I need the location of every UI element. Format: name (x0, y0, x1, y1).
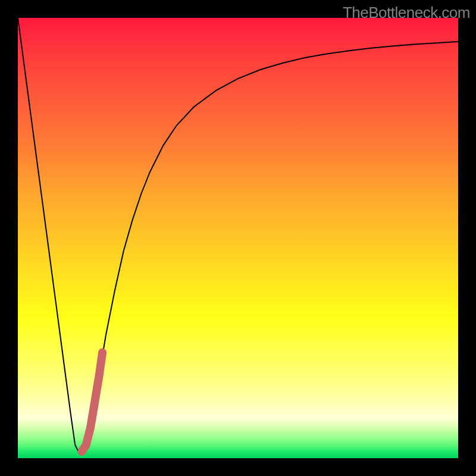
chart-svg (18, 18, 458, 458)
highlight-segment (82, 352, 102, 452)
bottleneck-curve (18, 18, 458, 454)
chart-frame: TheBottleneck.com (0, 0, 476, 476)
plot-area (18, 18, 458, 458)
